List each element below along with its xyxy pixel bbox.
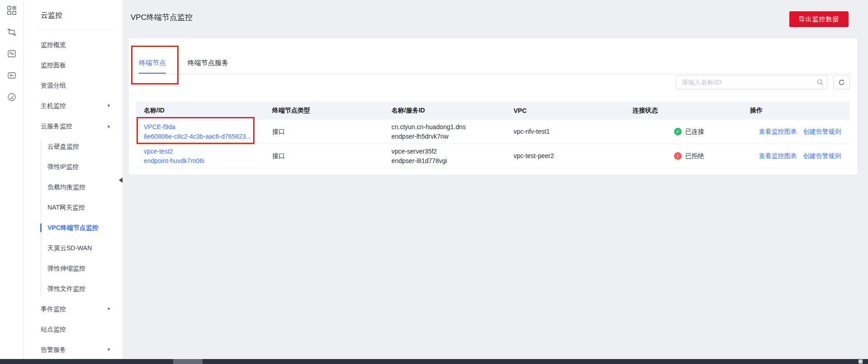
sidebar-item-cloud-service-monitor[interactable]: 云服务监控 ▲ bbox=[24, 116, 123, 136]
sidebar-item-nat-monitor[interactable]: NAT网关监控 bbox=[24, 197, 123, 218]
search-input[interactable] bbox=[676, 79, 813, 86]
name-id-cell: VPCE-f9da 8e60806e-c8c2-4c3b-aac6-d76582… bbox=[136, 120, 264, 144]
sidebar-item-disk-monitor[interactable]: 云硬盘监控 bbox=[24, 136, 123, 157]
sidebar-item-vpc-endpoint-monitor[interactable]: VPC终端节点监控 bbox=[24, 218, 123, 238]
chevron-down-icon: ▼ bbox=[107, 299, 111, 319]
scrollbar-thumb[interactable] bbox=[173, 359, 203, 364]
export-monitor-data-button[interactable]: 导出监控数据 bbox=[789, 11, 849, 27]
sidebar-item-monitor-overview[interactable]: 监控概览 bbox=[24, 35, 123, 55]
sidebar-item-sdwan-monitor[interactable]: 天翼云SD-WAN bbox=[24, 238, 123, 258]
chevron-down-icon: ▼ bbox=[107, 96, 111, 116]
cloud-monitor-icon[interactable] bbox=[7, 49, 17, 59]
sidebar-item-label: 事件监控 bbox=[41, 305, 66, 313]
sidebar-item-resource-groups[interactable]: 资源分组 bbox=[24, 75, 123, 96]
tab-bar: 终端节点 终端节点服务 bbox=[139, 38, 228, 74]
endpoint-type: 接口 bbox=[272, 127, 383, 136]
service-id-cell: cn.ctyun.cn-huadong1.dns endpser-lh5drvk… bbox=[383, 120, 505, 144]
sidebar-item-label: 告警服务 bbox=[41, 346, 66, 353]
service-name: cn.ctyun.cn-huadong1.dns bbox=[392, 122, 505, 132]
column-header-endpoint-type: 终端节点类型 bbox=[264, 102, 383, 120]
service-id: endpser-lh5drvk7nw bbox=[392, 132, 505, 141]
column-header-vpc: VPC bbox=[505, 102, 626, 120]
vpc-network-icon[interactable] bbox=[7, 27, 17, 37]
scrollbar-end-cap bbox=[859, 359, 863, 364]
sidebar: 云监控 监控概览 监控面板 资源分组 主机监控 ▼ 云服务监控 ▲ 云硬盘监控 … bbox=[24, 0, 123, 359]
sidebar-item-monitor-dashboard[interactable]: 监控面板 bbox=[24, 55, 123, 75]
sidebar-collapse-handle[interactable] bbox=[119, 177, 123, 183]
table-row: VPCE-f9da 8e60806e-c8c2-4c3b-aac6-d76582… bbox=[136, 120, 850, 144]
view-monitor-charts-link[interactable]: 查看监控图表 bbox=[759, 152, 797, 160]
sidebar-menu: 监控概览 监控面板 资源分组 主机监控 ▼ 云服务监控 ▲ 云硬盘监控 弹性IP… bbox=[24, 29, 123, 360]
host-monitor-icon[interactable] bbox=[7, 70, 17, 80]
sidebar-title: 云监控 bbox=[24, 0, 123, 20]
sidebar-item-eip-monitor[interactable]: 弹性IP监控 bbox=[24, 157, 123, 177]
sidebar-item-elastic-file-monitor[interactable]: 弹性文件监控 bbox=[24, 279, 123, 299]
console-apps-icon[interactable] bbox=[7, 5, 17, 15]
vpc-name: vpc-nfv-test1 bbox=[514, 127, 626, 136]
dashboard-gauge-icon[interactable] bbox=[7, 92, 17, 102]
sidebar-item-label: 云服务监控 bbox=[41, 122, 72, 130]
search-box bbox=[676, 75, 827, 89]
view-monitor-charts-link[interactable]: 查看监控图表 bbox=[759, 128, 797, 136]
sidebar-item-autoscaling-monitor[interactable]: 弹性伸缩监控 bbox=[24, 258, 123, 279]
tab-endpoint[interactable]: 终端节点 bbox=[139, 59, 166, 74]
horizontal-scrollbar[interactable] bbox=[0, 359, 868, 364]
endpoint-id-link[interactable]: endpoint-huvdk7m06i bbox=[144, 156, 264, 166]
endpoint-name-link[interactable]: VPCE-f9da bbox=[144, 122, 264, 132]
sidebar-item-event-monitor[interactable]: 事件监控 ▼ bbox=[24, 299, 123, 319]
service-id: endpser-i81d778vgi bbox=[392, 156, 505, 166]
actions-cell: 查看监控图表 创建告警规则 bbox=[745, 144, 850, 168]
endpoint-table: 名称/ID 终端节点类型 名称/服务ID VPC 连接状态 操作 VPCE-f9… bbox=[136, 102, 850, 168]
chevron-down-icon: ▼ bbox=[107, 340, 111, 360]
chevron-up-icon: ▲ bbox=[107, 116, 111, 136]
table-row: vpce-test2 endpoint-huvdk7m06i 接口 vpce-s… bbox=[136, 144, 850, 168]
search-icon[interactable] bbox=[813, 79, 827, 86]
endpoint-name-link[interactable]: vpce-test2 bbox=[144, 147, 264, 156]
sidebar-item-site-monitor[interactable]: 站点监控 bbox=[24, 319, 123, 340]
refresh-button[interactable] bbox=[833, 75, 850, 89]
sidebar-item-alarm-service[interactable]: 告警服务 ▼ bbox=[24, 340, 123, 360]
service-id-cell: vpce-server35f2 endpser-i81d778vgi bbox=[383, 144, 505, 168]
endpoint-type: 接口 bbox=[272, 151, 383, 161]
content-card: 终端节点 终端节点服务 名称/ID 终端节点类型 名称/服务ID VPC 连接状… bbox=[129, 38, 857, 174]
status-rejected-icon: ! bbox=[674, 152, 682, 160]
refresh-icon bbox=[838, 79, 845, 86]
table-header-row: 名称/ID 终端节点类型 名称/服务ID VPC 连接状态 操作 bbox=[136, 102, 850, 120]
service-name: vpce-server35f2 bbox=[392, 147, 505, 156]
tab-endpoint-service[interactable]: 终端节点服务 bbox=[188, 59, 228, 74]
status-cell: ✓ 已连接 bbox=[626, 120, 745, 144]
name-id-cell: vpce-test2 endpoint-huvdk7m06i bbox=[136, 144, 264, 168]
endpoint-id-link[interactable]: 8e60806e-c8c2-4c3b-aac6-d765823... bbox=[144, 132, 264, 141]
create-alarm-rule-link[interactable]: 创建告警规则 bbox=[803, 152, 841, 160]
actions-cell: 查看监控图表 创建告警规则 bbox=[745, 120, 850, 144]
sidebar-item-elb-monitor[interactable]: 负载均衡监控 bbox=[24, 177, 123, 197]
status-badge: 已连接 bbox=[685, 128, 704, 136]
column-header-service-id: 名称/服务ID bbox=[383, 102, 505, 120]
sidebar-item-host-monitor[interactable]: 主机监控 ▼ bbox=[24, 96, 123, 116]
cloud-service-submenu: 云硬盘监控 弹性IP监控 负载均衡监控 NAT网关监控 VPC终端节点监控 天翼… bbox=[24, 136, 123, 299]
column-header-name-id: 名称/ID bbox=[136, 102, 264, 120]
sidebar-item-label: 主机监控 bbox=[41, 102, 66, 109]
vpc-name: vpc-test-peer2 bbox=[514, 151, 626, 161]
column-header-actions: 操作 bbox=[745, 102, 850, 120]
status-badge: 已拒绝 bbox=[685, 152, 704, 160]
page-title: VPC终端节点监控 bbox=[131, 12, 193, 23]
create-alarm-rule-link[interactable]: 创建告警规则 bbox=[803, 128, 841, 136]
tabs-divider bbox=[136, 74, 850, 74]
status-cell: ! 已拒绝 bbox=[626, 144, 745, 168]
column-header-connection-status: 连接状态 bbox=[626, 102, 745, 120]
app-icon-rail bbox=[0, 0, 24, 359]
status-connected-icon: ✓ bbox=[674, 128, 682, 135]
